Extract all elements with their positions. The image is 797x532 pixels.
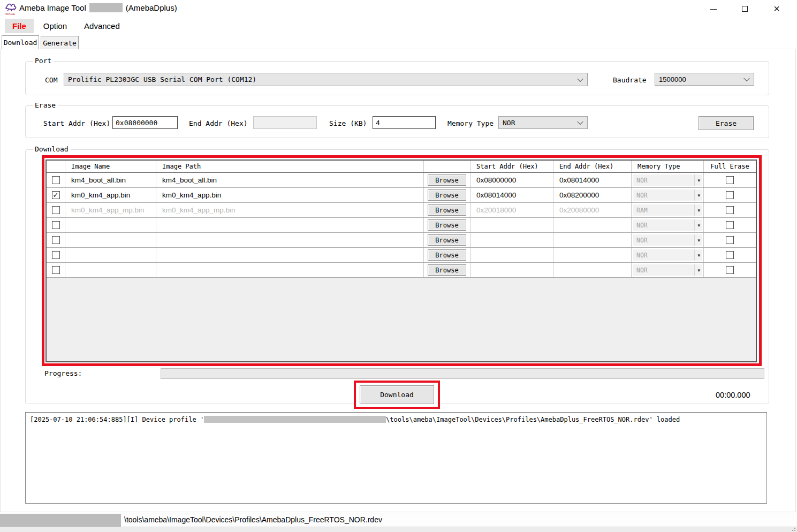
image-name-cell[interactable]	[65, 248, 156, 262]
memory-type-dropdown[interactable]: NOR ▾	[633, 249, 702, 261]
browse-button[interactable]: Browse	[428, 219, 466, 231]
browse-button[interactable]: Browse	[428, 264, 466, 276]
memory-type-cell: NOR ▾	[632, 233, 704, 247]
memory-type-dropdown[interactable]: NOR ▾	[633, 219, 702, 231]
row-select-checkbox[interactable]	[52, 176, 60, 184]
end-addr-cell[interactable]: 0x08200000	[553, 188, 632, 202]
dropdown-arrow-icon: ▾	[694, 219, 700, 231]
baudrate-select[interactable]: 1500000	[655, 73, 754, 86]
image-path-cell[interactable]	[156, 248, 424, 262]
end-addr-cell[interactable]	[553, 233, 632, 247]
row-select-checkbox[interactable]: ✓	[52, 191, 60, 199]
end-addr-cell[interactable]	[553, 218, 632, 232]
memory-type-value: NOR	[636, 252, 694, 259]
start-addr-cell[interactable]: 0x20018000	[470, 203, 553, 217]
memory-type-dropdown[interactable]: NOR ▾	[633, 264, 702, 276]
menu-file[interactable]: File	[5, 19, 34, 33]
end-addr-cell[interactable]	[553, 248, 632, 262]
full-erase-checkbox[interactable]	[726, 206, 734, 214]
full-erase-checkbox[interactable]	[726, 176, 734, 184]
image-name-cell[interactable]: km4_boot_all.bin	[65, 173, 156, 187]
row-select-checkbox[interactable]	[52, 266, 60, 274]
image-name-cell[interactable]: km0_km4_app_mp.bin	[65, 203, 156, 217]
memory-type-cell: NOR ▾	[632, 173, 704, 187]
image-path-cell[interactable]	[156, 233, 424, 247]
tab-generate[interactable]: Generate	[41, 36, 79, 49]
row-select-checkbox[interactable]	[52, 251, 60, 259]
full-erase-checkbox[interactable]	[726, 266, 734, 274]
memory-type-dropdown[interactable]: NOR ▾	[633, 234, 702, 246]
browse-button[interactable]: Browse	[428, 189, 466, 201]
window-title-prefix: Ameba Image Tool	[19, 3, 86, 12]
memory-type-cell: NOR ▾	[632, 188, 704, 202]
download-button[interactable]: Download	[360, 385, 434, 404]
end-addr-cell[interactable]: 0x08014000	[553, 173, 632, 187]
full-erase-checkbox[interactable]	[726, 236, 734, 244]
image-path-cell[interactable]: km0_km4_app.bin	[156, 188, 424, 202]
resize-grip-icon[interactable]	[790, 526, 795, 531]
memory-type-value: NOR	[636, 177, 694, 184]
image-path-cell[interactable]: km4_boot_all.bin	[156, 173, 424, 187]
row-select-checkbox[interactable]	[52, 206, 60, 214]
erase-button[interactable]: Erase	[699, 116, 754, 130]
start-addr-cell[interactable]	[470, 218, 553, 232]
erase-end-addr-input	[253, 116, 317, 129]
memory-type-cell: NOR ▾	[632, 263, 704, 277]
memory-type-cell: RAM ▾	[632, 203, 704, 217]
full-erase-checkbox[interactable]	[726, 221, 734, 229]
image-path-cell[interactable]	[156, 218, 424, 232]
start-addr-cell[interactable]: 0x08000000	[470, 173, 553, 187]
chevron-down-icon	[743, 75, 749, 81]
window-bottom-strip	[0, 527, 797, 532]
memory-type-dropdown[interactable]: NOR ▾	[633, 189, 702, 201]
tab-download[interactable]: Download	[2, 35, 39, 49]
full-erase-checkbox[interactable]	[726, 191, 734, 199]
minimize-button[interactable]: —	[701, 0, 726, 17]
memory-type-dropdown[interactable]: NOR ▾	[633, 174, 702, 186]
browse-button[interactable]: Browse	[428, 204, 466, 216]
header-image-name: Image Name	[65, 161, 156, 172]
progress-bar	[161, 368, 764, 379]
table-body: km4_boot_all.bin km4_boot_all.bin Browse…	[47, 173, 756, 278]
maximize-button[interactable]	[732, 0, 757, 17]
erase-size-input[interactable]: 4	[373, 116, 436, 129]
end-addr-cell[interactable]	[553, 263, 632, 277]
log-panel[interactable]: [2025-07-10 21:06:54:885][I] Device prof…	[25, 412, 767, 504]
start-addr-cell[interactable]	[470, 233, 553, 247]
browse-button[interactable]: Browse	[428, 174, 466, 186]
redacted-status-path	[0, 514, 121, 527]
image-name-cell[interactable]	[65, 263, 156, 277]
browse-button[interactable]: Browse	[428, 234, 466, 246]
start-addr-cell[interactable]: 0x08014000	[470, 188, 553, 202]
port-group-label: Port	[33, 57, 54, 65]
image-path-cell[interactable]	[156, 263, 424, 277]
image-name-cell[interactable]: km0_km4_app.bin	[65, 188, 156, 202]
image-path-cell[interactable]: km0_km4_app_mp.bin	[156, 203, 424, 217]
dropdown-arrow-icon: ▾	[694, 189, 700, 201]
redacted-log-path	[204, 416, 386, 423]
menu-advanced[interactable]: Advanced	[77, 19, 127, 33]
browse-button[interactable]: Browse	[428, 249, 466, 261]
header-end-addr: End Addr (Hex)	[553, 161, 632, 172]
redacted-title-text	[89, 3, 123, 12]
memory-type-dropdown[interactable]: RAM ▾	[633, 204, 702, 216]
row-select-checkbox[interactable]	[52, 236, 60, 244]
row-select-checkbox[interactable]	[52, 221, 60, 229]
menu-option[interactable]: Option	[36, 19, 74, 33]
dropdown-arrow-icon: ▾	[694, 249, 700, 261]
progress-label: Progress:	[44, 369, 82, 377]
dropdown-arrow-icon: ▾	[694, 204, 700, 216]
table-row: ✓ km0_km4_app.bin km0_km4_app.bin Browse…	[47, 188, 756, 203]
image-name-cell[interactable]	[65, 233, 156, 247]
com-port-select[interactable]: Prolific PL2303GC USB Serial COM Port (C…	[64, 73, 588, 86]
image-name-cell[interactable]	[65, 218, 156, 232]
end-addr-cell[interactable]: 0x20080000	[553, 203, 632, 217]
start-addr-cell[interactable]	[470, 248, 553, 262]
erase-memory-type-select[interactable]: NOR	[498, 116, 588, 129]
close-button[interactable]: ×	[764, 0, 789, 17]
full-erase-checkbox[interactable]	[726, 251, 734, 259]
erase-start-addr-label: Start Addr (Hex)	[43, 119, 110, 127]
erase-start-addr-input[interactable]: 0x08000000	[112, 116, 178, 129]
table-row: km0_km4_app_mp.bin km0_km4_app_mp.bin Br…	[47, 203, 756, 218]
start-addr-cell[interactable]	[470, 263, 553, 277]
